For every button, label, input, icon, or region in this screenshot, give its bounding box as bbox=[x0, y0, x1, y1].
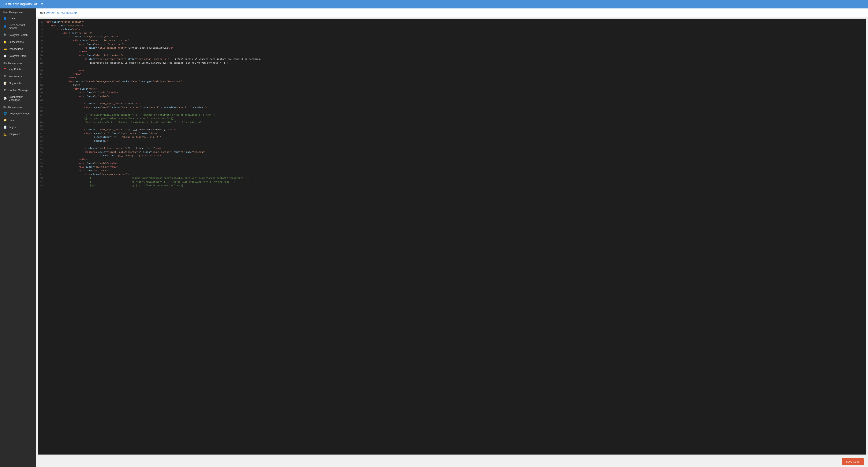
catalysts-search-icon: 🔍 bbox=[3, 33, 7, 36]
sidebar-item-transactions[interactable]: 💳Transactions bbox=[0, 45, 36, 53]
line-number: 18 bbox=[38, 84, 45, 87]
line-content: </div> bbox=[45, 72, 866, 76]
line-number: 16 bbox=[38, 76, 45, 80]
sidebar-section-label: User Management bbox=[0, 8, 36, 15]
catalysts-offers-icon: 📋 bbox=[3, 54, 7, 58]
sidebar-item-catalysts-search[interactable]: 🔍Catalysts Search bbox=[0, 31, 36, 38]
code-editor[interactable]: 1<div class="footer_contact">2 <div clas… bbox=[38, 19, 866, 455]
subscriptions-icon: 🔔 bbox=[3, 40, 7, 43]
line-content: </div> bbox=[45, 50, 866, 54]
sidebar-item-language-manager[interactable]: 🌐Language Manager bbox=[0, 110, 36, 117]
line-number: 9 bbox=[38, 50, 45, 54]
code-line: 39 <div class="col-md-5"></div> bbox=[38, 162, 866, 165]
code-line: 29 bbox=[38, 124, 866, 128]
line-content: <div class="col-md-5"></div> bbox=[45, 162, 866, 165]
sidebar-item-label: Language Manager bbox=[8, 112, 30, 115]
line-number: 8 bbox=[38, 46, 45, 50]
sidebar-item-newsletters[interactable]: ✉Newsletters bbox=[0, 73, 36, 80]
line-number: 35 bbox=[38, 147, 45, 151]
contact-messages-icon: ✉ bbox=[3, 89, 7, 92]
blog-articles-icon: 📝 bbox=[3, 82, 7, 85]
sidebar-section-label: Dev Management bbox=[0, 103, 36, 110]
sidebar-item-contact-messages[interactable]: ✉Contact Messages bbox=[0, 87, 36, 94]
line-content bbox=[45, 65, 866, 69]
line-content: <div class="checkboxes_contact"> bbox=[45, 173, 866, 177]
code-line: 11 <p class="text_contact_footer" style=… bbox=[38, 58, 866, 61]
code-line: 3 <div class="row"> bbox=[38, 28, 866, 31]
sidebar-item-label: Templates bbox=[8, 133, 20, 136]
sidebar-item-collaboration-messages[interactable]: 💬Collaboration Messages bbox=[0, 94, 36, 103]
line-number: 22 bbox=[38, 98, 45, 102]
line-number: 5 bbox=[38, 35, 45, 39]
sidebar-item-templates[interactable]: 📐Templates bbox=[0, 131, 36, 137]
line-number: 42 bbox=[38, 173, 45, 177]
code-line: 28 {{--placeholder="{!! __("Number of ca… bbox=[38, 121, 866, 124]
line-content: </div> bbox=[45, 76, 866, 80]
line-number: 2 bbox=[38, 24, 45, 28]
code-line: 1<div class="footer_contact"> bbox=[38, 20, 866, 24]
sidebar-item-blog-articles[interactable]: 📝Blog Articles bbox=[0, 80, 36, 87]
line-number: 43 bbox=[38, 177, 45, 180]
filename[interactable]: contact_form.blade.php bbox=[45, 11, 77, 14]
pages-icon: 📄 bbox=[3, 126, 7, 129]
line-content: {{-- <p {!! __("Newsletter/<em>!!)</p>--… bbox=[45, 184, 866, 188]
line-number: 10 bbox=[38, 54, 45, 58]
line-number: 24 bbox=[38, 106, 45, 110]
line-content: {{--<input type="number" class="input_co… bbox=[45, 117, 866, 121]
code-line: 16 </div> bbox=[38, 76, 866, 80]
main-layout: User Management👤Users👤Users Account Acti… bbox=[0, 8, 868, 467]
sidebar-item-label: Files bbox=[8, 119, 14, 122]
line-number: 44 bbox=[38, 180, 45, 184]
hamburger-icon[interactable]: ≡ bbox=[41, 2, 43, 6]
code-line: 33 required/> bbox=[38, 139, 866, 143]
transactions-icon: 💳 bbox=[3, 47, 7, 51]
line-content: {{--placeholder="{!! __("Number of catal… bbox=[45, 121, 866, 124]
edit-bar: Edit contact_form.blade.php : bbox=[36, 8, 868, 17]
line-number: 38 bbox=[38, 158, 45, 162]
line-content: <div class="blue_title_contact"> bbox=[45, 54, 866, 58]
sidebar-item-map-points[interactable]: 📍Map Points bbox=[0, 66, 36, 73]
line-number: 6 bbox=[38, 39, 45, 43]
sidebar-item-subscriptions[interactable]: 🔔Subscriptions bbox=[0, 38, 36, 45]
line-number: 28 bbox=[38, 121, 45, 124]
sidebar-item-catalysts-offers[interactable]: 📋Catalysts Offers bbox=[0, 53, 36, 59]
line-number: 34 bbox=[38, 143, 45, 147]
code-line: 44 {{-- <a href="/newsletter">{!!__(" Ag… bbox=[38, 180, 866, 184]
line-content: <div class="col-md-12"> bbox=[45, 31, 866, 35]
line-number: 45 bbox=[38, 184, 45, 188]
code-line: 10 <div class="blue_title_contact"> bbox=[38, 54, 866, 58]
sidebar-item-pages[interactable]: 📄Pages bbox=[0, 124, 36, 131]
users-account-activate-icon: 👤 bbox=[3, 25, 7, 28]
line-number: 15 bbox=[38, 72, 45, 76]
line-number: 3 bbox=[38, 28, 45, 31]
edit-suffix: : bbox=[78, 11, 79, 14]
users-icon: 👤 bbox=[3, 17, 7, 20]
code-line: 32 placeholder="{!! __("Numar de telefon… bbox=[38, 135, 866, 139]
code-line: 20 <div class="col-md-1"></div> bbox=[38, 91, 866, 95]
line-content: placeholder="{{__("Mesaj ...)}}"></texta… bbox=[45, 154, 866, 158]
sidebar-item-users[interactable]: 👤Users bbox=[0, 15, 36, 22]
line-number: 29 bbox=[38, 124, 45, 128]
code-line: 13 bbox=[38, 65, 866, 69]
save-code-button[interactable]: Save Code bbox=[842, 458, 864, 465]
line-content: <div class="area_container_contact"> bbox=[45, 35, 866, 39]
line-number: 27 bbox=[38, 117, 45, 121]
sidebar-item-files[interactable]: 📁Files bbox=[0, 117, 36, 124]
line-number: 19 bbox=[38, 87, 45, 91]
code-line: 34 bbox=[38, 143, 866, 147]
line-content bbox=[45, 110, 866, 113]
code-line: 4 <div class="col-md-12"> bbox=[38, 31, 866, 35]
line-number: 1 bbox=[38, 20, 45, 24]
sidebar-item-users-account-activate[interactable]: 👤Users Account Activate bbox=[0, 22, 36, 31]
line-content: {{-- <input type="checkbox" name="checkb… bbox=[45, 177, 866, 180]
line-number: 13 bbox=[38, 65, 45, 69]
editor-container: 1<div class="footer_contact">2 <div clas… bbox=[38, 19, 866, 455]
code-line: 21 <div class="col-md-6"> bbox=[38, 95, 866, 98]
line-number: 32 bbox=[38, 135, 45, 139]
line-content: <p class="text_contact_footer" style="te… bbox=[45, 58, 866, 61]
sidebar-item-label: Catalysts Search bbox=[8, 34, 28, 36]
code-line: 40 <div class="col-md-1"></div> bbox=[38, 165, 866, 169]
code-line: 37 placeholder="{{__("Mesaj ...)}}"></te… bbox=[38, 154, 866, 158]
map-points-icon: 📍 bbox=[3, 68, 7, 71]
code-line: 2 <div class="container"> bbox=[38, 24, 866, 28]
